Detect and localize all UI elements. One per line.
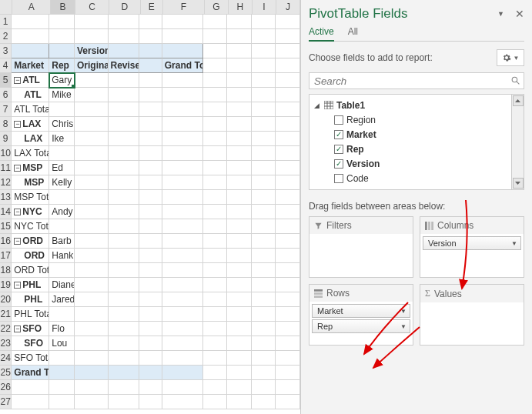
cell-C6[interactable] [75, 88, 109, 102]
cell-F24[interactable] [162, 351, 203, 366]
cell-H24[interactable] [227, 351, 252, 366]
cell-I6[interactable] [252, 88, 276, 102]
column-header-F[interactable]: F [163, 0, 205, 15]
cell-E18[interactable] [139, 263, 162, 278]
cell-I7[interactable] [252, 102, 276, 117]
cell-J22[interactable] [276, 322, 300, 336]
cell-F9[interactable] [162, 132, 203, 146]
cell-B19[interactable]: Diane [49, 278, 75, 292]
cell-G25[interactable] [203, 366, 228, 380]
cell-G21[interactable] [203, 307, 228, 322]
cell-J9[interactable] [276, 132, 300, 146]
cell-J24[interactable] [276, 351, 300, 366]
cell-I4[interactable] [252, 58, 276, 73]
cell-C13[interactable] [75, 190, 109, 205]
cell-A1[interactable] [12, 15, 49, 29]
cell-A4[interactable]: Market [12, 58, 49, 73]
cell-D3[interactable] [109, 44, 140, 58]
cell-J3[interactable] [276, 44, 300, 58]
cell-D12[interactable] [109, 175, 140, 190]
row-header[interactable]: 12 [0, 175, 12, 190]
cell-H6[interactable] [227, 88, 252, 102]
cell-G23[interactable] [203, 336, 228, 351]
cell-E4[interactable] [139, 58, 162, 73]
cell-B20[interactable]: Jared [49, 292, 75, 307]
cell-A8[interactable]: −LAX [12, 117, 49, 132]
cell-G1[interactable] [203, 15, 228, 29]
cell-B18[interactable] [49, 263, 75, 278]
cell-I27[interactable] [252, 395, 276, 409]
cell-E24[interactable] [139, 351, 162, 366]
cell-G7[interactable] [203, 102, 228, 117]
cell-E20[interactable] [139, 292, 162, 307]
field-rep[interactable]: Rep [311, 142, 510, 156]
cell-I1[interactable] [252, 15, 276, 29]
cell-D7[interactable] [109, 102, 140, 117]
cell-J27[interactable] [276, 395, 300, 409]
cell-J20[interactable] [276, 292, 300, 307]
field-version[interactable]: Version [311, 156, 510, 171]
cell-A10[interactable]: LAX Total [12, 146, 49, 161]
cell-A15[interactable]: NYC Total [12, 219, 49, 234]
cell-D4[interactable]: Revised [109, 58, 140, 73]
cell-F8[interactable] [162, 117, 203, 132]
cell-C16[interactable] [75, 234, 109, 249]
cell-F14[interactable] [162, 205, 203, 219]
cell-I3[interactable] [252, 44, 276, 58]
cell-I10[interactable] [252, 146, 276, 161]
cell-C4[interactable]: Original [75, 58, 109, 73]
cell-I22[interactable] [252, 322, 276, 336]
cell-A19[interactable]: −PHL [12, 278, 49, 292]
checkbox[interactable] [334, 159, 343, 169]
cell-H21[interactable] [227, 307, 252, 322]
cell-C15[interactable] [75, 219, 109, 234]
cell-C27[interactable] [75, 395, 109, 409]
cell-A5[interactable]: −ATL [12, 73, 49, 88]
cell-G26[interactable] [203, 380, 228, 395]
cell-A17[interactable]: ORD [12, 249, 49, 263]
collapse-icon[interactable]: − [14, 326, 21, 332]
column-header-D[interactable]: D [109, 0, 141, 15]
pane-options-dropdown[interactable]: ▼ [497, 10, 504, 18]
cell-H17[interactable] [227, 249, 252, 263]
row-header[interactable]: 21 [0, 307, 12, 322]
cell-D26[interactable] [109, 380, 140, 395]
field-market[interactable]: Market [311, 127, 510, 142]
cell-D18[interactable] [109, 263, 140, 278]
cell-E2[interactable] [139, 29, 162, 44]
cell-H7[interactable] [227, 102, 252, 117]
cell-A26[interactable] [12, 380, 49, 395]
values-area[interactable]: ΣValues [420, 284, 524, 346]
cell-J6[interactable] [276, 88, 300, 102]
cell-A20[interactable]: PHL [12, 292, 49, 307]
collapse-arrow-icon[interactable]: ◢ [314, 102, 321, 109]
cell-E3[interactable] [139, 44, 162, 58]
collapse-icon[interactable]: − [14, 238, 21, 245]
cell-H18[interactable] [227, 263, 252, 278]
row-header[interactable]: 7 [0, 102, 12, 117]
cell-E6[interactable] [139, 88, 162, 102]
cell-G9[interactable] [203, 132, 228, 146]
row-header[interactable]: 18 [0, 263, 12, 278]
cell-H22[interactable] [227, 322, 252, 336]
cell-B24[interactable] [49, 351, 75, 366]
cell-C3[interactable]: Version [75, 44, 109, 58]
cell-C20[interactable] [75, 292, 109, 307]
row-header[interactable]: 26 [0, 380, 12, 395]
cell-J4[interactable] [276, 58, 300, 73]
field-list-scrollbar[interactable] [511, 95, 524, 189]
cell-B26[interactable] [49, 380, 75, 395]
column-header-J[interactable]: J [276, 0, 300, 15]
cell-F18[interactable] [162, 263, 203, 278]
cell-E16[interactable] [139, 234, 162, 249]
row-header[interactable]: 6 [0, 88, 12, 102]
row-header[interactable]: 16 [0, 234, 12, 249]
cell-G16[interactable] [203, 234, 228, 249]
cell-I16[interactable] [252, 234, 276, 249]
pill-rep[interactable]: Rep▼ [312, 319, 410, 333]
cell-G8[interactable] [203, 117, 228, 132]
cell-H11[interactable] [227, 161, 252, 175]
collapse-icon[interactable]: − [14, 165, 21, 172]
column-header-H[interactable]: H [229, 0, 253, 15]
cell-H13[interactable] [227, 190, 252, 205]
